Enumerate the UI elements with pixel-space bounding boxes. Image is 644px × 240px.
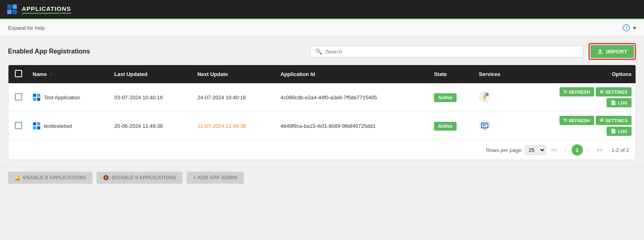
state-badge: Active: [434, 122, 457, 131]
state-badge: Active: [434, 93, 457, 102]
current-page-indicator: 1: [572, 144, 583, 156]
svg-marker-5: [599, 49, 602, 52]
first-page-button[interactable]: ⏮: [548, 146, 560, 154]
row-app-id: 4649f9ca-ba15-4cf1-8089-9fb840725dd1: [276, 112, 430, 140]
sort-arrow-icon: ↑: [50, 71, 53, 77]
refresh-button[interactable]: ↻ REFRESH: [560, 116, 594, 125]
section-header: Enabled App Registrations 🔍 IMPORT: [8, 43, 636, 60]
svg-rect-14: [37, 122, 40, 125]
col-app-id[interactable]: Application Id: [276, 65, 430, 83]
help-bar-actions: ? ▾: [623, 24, 636, 31]
logo-area: APPLICATIONS: [6, 4, 71, 15]
svg-rect-1: [12, 4, 17, 9]
row-options: ↻ REFRESH ⚙ SETTINGS 📄 LOG: [518, 83, 636, 112]
row-name-cell: Test Application: [29, 83, 110, 112]
search-icon: 🔍: [315, 48, 322, 55]
rows-per-page-select[interactable]: 25 50 100: [525, 146, 546, 155]
svg-point-12: [486, 93, 489, 96]
disable-applications-button[interactable]: 🔕 DISABLE 0 APPLICATIONS: [97, 172, 183, 184]
add-app-admin-button[interactable]: + ADD APP ADMIN: [187, 172, 244, 184]
col-name[interactable]: Name ↑: [29, 65, 110, 83]
col-last-updated[interactable]: Last Updated: [110, 65, 193, 83]
log-button[interactable]: 📄 LOG: [607, 98, 632, 107]
settings-button[interactable]: ⚙ SETTINGS: [596, 87, 632, 96]
row-state: Active: [430, 83, 475, 112]
row-checkbox-cell[interactable]: [8, 112, 29, 140]
app-name: Test Application: [44, 94, 80, 101]
log-icon: 📄: [611, 129, 616, 134]
refresh-button[interactable]: ↻ REFRESH: [560, 87, 594, 96]
row-options: ↻ REFRESH ⚙ SETTINGS 📄 LOG: [518, 112, 636, 140]
pagination-area: Rows per page: 25 50 100 ⏮ ‹ 1 › ⏭ 1-2 o…: [8, 140, 636, 160]
col-next-update[interactable]: Next Update: [193, 65, 277, 83]
select-all-header[interactable]: [8, 65, 29, 83]
svg-rect-0: [7, 4, 12, 9]
bell-icon: 🔔: [14, 175, 21, 181]
row-next-update: 11-07-2024 11:49:38: [193, 112, 277, 140]
bell-off-icon: 🔕: [103, 175, 109, 181]
search-import-area: 🔍 IMPORT: [310, 43, 636, 60]
section-title: Enabled App Registrations: [8, 48, 90, 55]
applications-table: Name ↑ Last Updated Next Update Applicat…: [8, 65, 636, 160]
svg-rect-7: [37, 94, 40, 97]
nav-title: APPLICATIONS: [22, 5, 71, 14]
svg-rect-16: [37, 126, 40, 129]
top-navigation: APPLICATIONS: [0, 0, 644, 19]
table-row: testtestetset 20-06-2024 11:49:38 11-07-…: [8, 112, 636, 140]
col-options: Options: [518, 65, 636, 83]
last-page-button[interactable]: ⏭: [595, 146, 606, 154]
refresh-icon: ↻: [564, 89, 567, 94]
table-row: Test Application 03-07-2024 10:40:16 24-…: [8, 83, 636, 112]
help-bar-text: Expand for help: [8, 25, 45, 31]
row-last-updated: 20-06-2024 11:49:38: [110, 112, 193, 140]
import-button[interactable]: IMPORT: [591, 45, 634, 58]
select-all-checkbox[interactable]: [15, 70, 22, 77]
search-box[interactable]: 🔍: [310, 45, 584, 57]
enable-applications-button[interactable]: 🔔 ENABLE 0 APPLICATIONS: [8, 172, 93, 184]
rows-per-page-label: Rows per page: 25 50 100: [486, 146, 546, 155]
svg-rect-15: [33, 126, 36, 129]
row-checkbox-cell[interactable]: [8, 83, 29, 112]
row-checkbox[interactable]: [15, 122, 22, 129]
svg-rect-9: [37, 98, 40, 101]
bottom-actions-bar: 🔔 ENABLE 0 APPLICATIONS 🔕 DISABLE 0 APPL…: [0, 166, 644, 189]
col-services[interactable]: Services: [475, 65, 518, 83]
svg-rect-6: [33, 94, 36, 97]
prev-page-button[interactable]: ‹: [562, 146, 569, 154]
app-name: testtestetset: [44, 123, 72, 129]
chevron-down-icon[interactable]: ▾: [633, 25, 636, 31]
row-app-id: 4c090cdb-e2a4-44f0-a3e8-7f5de7715405: [276, 83, 430, 112]
service-icon: [479, 91, 490, 103]
svg-point-17: [479, 120, 490, 131]
main-content: Enabled App Registrations 🔍 IMPORT: [0, 37, 644, 166]
rows-total-label: 1-2 of 2: [611, 147, 629, 153]
app-grid-icon: [33, 122, 41, 130]
help-bar: Expand for help ? ▾: [0, 19, 644, 37]
row-services: [475, 112, 518, 140]
app-logo-icon: [6, 4, 18, 15]
log-icon: 📄: [611, 100, 616, 105]
refresh-icon: ↻: [564, 118, 567, 123]
svg-rect-13: [33, 122, 36, 125]
import-icon: [597, 48, 603, 55]
svg-rect-8: [33, 98, 36, 101]
app-grid-icon: [33, 93, 41, 101]
row-name-cell: testtestetset: [29, 112, 110, 140]
search-input[interactable]: [325, 49, 578, 55]
row-state: Active: [430, 112, 475, 140]
next-page-button[interactable]: ›: [585, 146, 592, 154]
gear-icon: ⚙: [600, 89, 604, 94]
table-header-row: Name ↑ Last Updated Next Update Applicat…: [8, 65, 636, 83]
log-button[interactable]: 📄 LOG: [607, 127, 632, 136]
svg-rect-2: [7, 10, 12, 14]
import-button-wrapper: IMPORT: [588, 43, 636, 60]
settings-button[interactable]: ⚙ SETTINGS: [596, 116, 632, 125]
svg-rect-4: [598, 53, 603, 53]
service-icon: [479, 120, 490, 131]
row-next-update: 24-07-2024 10:40:16: [193, 83, 277, 112]
row-services: [475, 83, 518, 112]
row-last-updated: 03-07-2024 10:40:16: [110, 83, 193, 112]
row-checkbox[interactable]: [15, 93, 22, 101]
col-state[interactable]: State: [430, 65, 475, 83]
help-icon[interactable]: ?: [623, 24, 630, 31]
